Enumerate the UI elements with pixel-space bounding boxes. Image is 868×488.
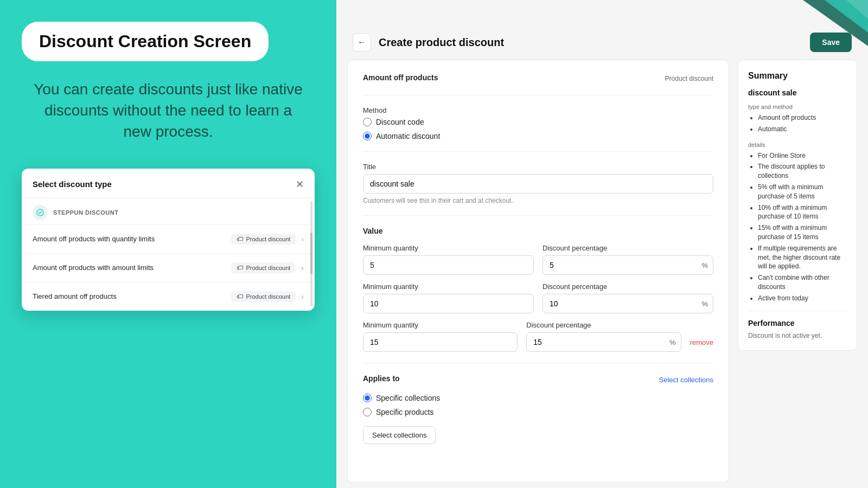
summary-detail-3: 10% off with a minimum purchase of 10 it… (758, 203, 847, 222)
min-qty-label-3: Minimum quantity (363, 321, 518, 329)
title-input[interactable] (363, 174, 713, 194)
modal-scrollbar[interactable] (310, 201, 312, 306)
value-row-2: Minimum quantity Discount percentage % (363, 282, 713, 313)
tag-icon-1: 🏷 (237, 264, 243, 272)
summary-discount-name: discount sale (748, 88, 847, 97)
list-item[interactable]: Amount off products with amount limits 🏷… (22, 253, 315, 282)
disc-pct-input-wrapper-1: % (542, 255, 713, 275)
modal-section-label: STEPPUN DISCOUNT (53, 209, 118, 216)
value-row-3: Minimum quantity Discount percentage % r… (363, 321, 713, 352)
radio-specific-products-label: Specific products (376, 408, 434, 416)
title-hint: Customers will see this in their cart an… (363, 197, 713, 204)
summary-detail-1: The discount applies to collections (758, 162, 847, 181)
percent-suffix-2: % (701, 300, 708, 308)
applies-to-title: Applies to (363, 374, 400, 383)
min-qty-field-1: Minimum quantity (363, 244, 534, 275)
badge-product-discount-0: 🏷 Product discount (231, 234, 296, 245)
chevron-right-icon-0: › (301, 235, 304, 243)
title-section: Title Customers will see this in their c… (363, 163, 713, 204)
radio-automatic[interactable]: Automatic discount (363, 132, 713, 140)
badge-product-discount-2: 🏷 Product discount (231, 291, 296, 302)
radio-specific-products-input[interactable] (363, 408, 372, 416)
summary-detail-0: For Online Store (758, 151, 847, 160)
disc-pct-field-3: Discount percentage % (526, 321, 681, 352)
summary-details-list: For Online Store The discount applies to… (748, 151, 847, 303)
radio-automatic-label: Automatic discount (376, 132, 440, 140)
right-area: ← Create product discount Save Amount of… (336, 0, 868, 488)
min-qty-field-2: Minimum quantity (363, 282, 534, 313)
disc-pct-input-3[interactable] (526, 332, 681, 352)
disc-pct-field-2: Discount percentage % (542, 282, 713, 313)
radio-discount-code-input[interactable] (363, 118, 372, 126)
disc-pct-label-2: Discount percentage (542, 282, 713, 291)
chevron-right-icon-2: › (301, 292, 304, 301)
performance-title: Performance (748, 319, 847, 328)
min-qty-input-2[interactable] (363, 294, 534, 313)
summary-detail-5: If multiple requirements are met, the hi… (758, 244, 847, 271)
main-content: Amount off products Product discount Met… (347, 60, 857, 483)
summary-detail-7: Active from today (758, 294, 847, 303)
select-collections-link[interactable]: Select collections (659, 376, 713, 384)
main-title-box: Discount Creation Screen (22, 22, 269, 61)
value-title: Value (363, 227, 713, 235)
modal-header: Select discount type ✕ (22, 169, 315, 198)
tag-icon-0: 🏷 (237, 235, 243, 243)
list-item[interactable]: Amount off products with quantity limits… (22, 224, 315, 253)
summary-details-label: details (748, 142, 847, 148)
summary-detail-4: 15% off with a minimum purchase of 15 it… (758, 223, 847, 242)
steppun-icon (33, 205, 48, 220)
save-button[interactable]: Save (810, 33, 852, 52)
radio-automatic-input[interactable] (363, 132, 372, 140)
applies-header: Applies to Select collections (363, 374, 713, 385)
applies-to-section: Applies to Select collections Specific c… (363, 374, 713, 444)
value-row-1: Minimum quantity Discount percentage % (363, 244, 713, 275)
amount-off-title: Amount off products (363, 73, 438, 82)
min-qty-label-2: Minimum quantity (363, 282, 534, 291)
left-panel: Discount Creation Screen You can create … (0, 0, 336, 488)
summary-detail-6: Can't combine with other discounts (758, 273, 847, 292)
main-title: Discount Creation Screen (39, 31, 251, 52)
back-button[interactable]: ← (353, 33, 371, 52)
form-card: Amount off products Product discount Met… (347, 60, 729, 483)
disc-pct-input-wrapper-3: % (526, 332, 681, 352)
summary-item-0: Amount off products (758, 113, 847, 123)
performance-text: Discount is not active yet. (748, 332, 847, 339)
form-section-header: Amount off products Product discount (363, 73, 713, 84)
min-qty-input-3[interactable] (363, 332, 518, 352)
radio-discount-code-label: Discount code (376, 118, 424, 126)
remove-row-button[interactable]: remove (690, 338, 713, 352)
summary-detail-2: 5% off with a minimum purchase of 5 item… (758, 183, 847, 201)
modal-scrollbar-thumb (310, 233, 312, 275)
badge-product-discount-1: 🏷 Product discount (231, 262, 296, 273)
percent-suffix-1: % (701, 261, 708, 269)
min-qty-label-1: Minimum quantity (363, 244, 534, 252)
page-title: Create product discount (379, 36, 504, 49)
radio-specific-collections[interactable]: Specific collections (363, 394, 713, 402)
radio-specific-products[interactable]: Specific products (363, 408, 713, 416)
product-discount-badge: Product discount (665, 75, 713, 82)
summary-title: Summary (748, 71, 847, 81)
title-label: Title (363, 163, 713, 171)
method-radio-group: Discount code Automatic discount (363, 118, 713, 140)
min-qty-input-1[interactable] (363, 255, 534, 275)
value-section: Value Minimum quantity Discount percenta… (363, 227, 713, 352)
radio-specific-collections-label: Specific collections (376, 394, 440, 402)
disc-pct-input-1[interactable] (542, 255, 713, 275)
disc-pct-input-2[interactable] (542, 294, 713, 313)
modal-title: Select discount type (33, 179, 112, 189)
chevron-right-icon-1: › (301, 264, 304, 272)
summary-card: Summary discount sale type and method Am… (738, 60, 857, 351)
subtitle: You can create discounts just like nativ… (22, 79, 315, 143)
tag-icon-2: 🏷 (237, 293, 243, 300)
select-collections-button[interactable]: Select collections (363, 426, 436, 444)
top-bar-left: ← Create product discount (353, 33, 504, 52)
modal-section: STEPPUN DISCOUNT (22, 198, 315, 224)
radio-specific-collections-input[interactable] (363, 394, 372, 402)
radio-discount-code[interactable]: Discount code (363, 118, 713, 126)
min-qty-field-3: Minimum quantity (363, 321, 518, 352)
modal-close-button[interactable]: ✕ (296, 178, 304, 190)
list-item[interactable]: Tiered amount off products 🏷 Product dis… (22, 282, 315, 311)
method-section: Method Discount code Automatic discount (363, 106, 713, 140)
disc-pct-input-wrapper-2: % (542, 294, 713, 313)
top-bar: ← Create product discount Save (347, 33, 857, 52)
